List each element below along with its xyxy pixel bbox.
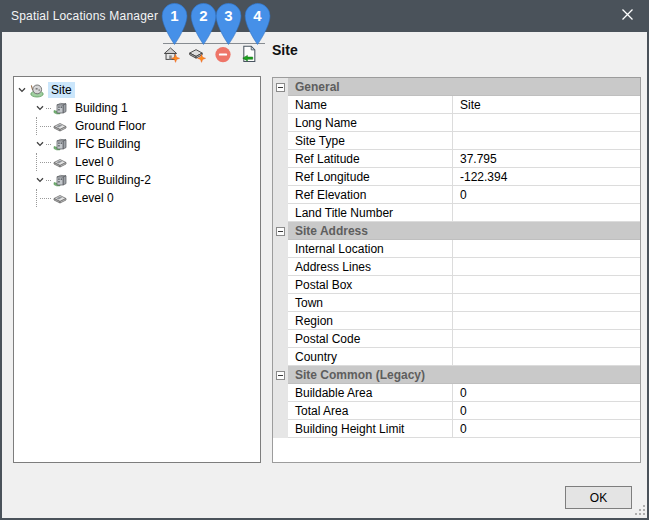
titlebar: Spatial Locations Manager	[0, 0, 649, 32]
property-row: Postal Code	[273, 330, 640, 348]
property-label: Buildable Area	[288, 384, 452, 402]
chevron-down-icon[interactable]	[16, 84, 28, 96]
property-row: Region	[273, 312, 640, 330]
property-row: Internal Location	[273, 240, 640, 258]
tree-item-label: IFC Building-2	[72, 172, 154, 188]
toolbar	[162, 46, 258, 64]
property-group-title: Site Address	[288, 222, 640, 240]
import-spatial-button[interactable]	[240, 46, 258, 64]
property-label: Ref Latitude	[288, 150, 452, 168]
tree-connector	[36, 189, 37, 207]
spatial-tree: Site Building 1 Ground Floor	[13, 76, 261, 463]
property-value[interactable]	[452, 132, 640, 150]
property-grid: General Name Site Long Name Site Type Re…	[272, 77, 641, 463]
tree-item-label: Site	[48, 82, 75, 98]
building-icon	[52, 136, 69, 152]
property-value[interactable]: 0	[452, 402, 640, 420]
property-row: Ref Longitude -122.394	[273, 168, 640, 186]
resize-grip-icon[interactable]	[633, 503, 645, 515]
tree-connector	[36, 153, 37, 171]
collapse-minus-icon[interactable]	[276, 371, 285, 380]
tree-item-label: Level 0	[72, 190, 117, 206]
property-value[interactable]: 0	[452, 186, 640, 204]
property-value[interactable]	[452, 240, 640, 258]
collapse-minus-icon[interactable]	[276, 227, 285, 236]
property-row: Ref Elevation 0	[273, 186, 640, 204]
property-row: Postal Box	[273, 276, 640, 294]
tree-row[interactable]: Level 0	[14, 153, 260, 171]
building-icon	[52, 172, 69, 188]
tree-item-label: IFC Building	[72, 136, 143, 152]
property-label: Postal Box	[288, 276, 452, 294]
floor-icon	[52, 154, 69, 170]
property-row: Ref Latitude 37.795	[273, 150, 640, 168]
property-label: Internal Location	[288, 240, 452, 258]
property-value[interactable]: -122.394	[452, 168, 640, 186]
property-label: Ref Longitude	[288, 168, 452, 186]
chevron-down-icon[interactable]	[34, 102, 46, 114]
tree-row[interactable]: Level 0	[14, 189, 260, 207]
property-label: Site Type	[288, 132, 452, 150]
tree-connector	[40, 126, 51, 127]
property-value[interactable]	[452, 348, 640, 366]
property-label: Country	[288, 348, 452, 366]
tree-row[interactable]: IFC Building-2	[14, 171, 260, 189]
tree-row[interactable]: IFC Building	[14, 135, 260, 153]
property-value[interactable]	[452, 312, 640, 330]
add-building-button[interactable]	[162, 46, 180, 64]
property-row: Address Lines	[273, 258, 640, 276]
collapse-minus-icon[interactable]	[276, 83, 285, 92]
property-value[interactable]	[452, 114, 640, 132]
tree-connector	[40, 162, 51, 163]
building-icon	[52, 100, 69, 116]
tree-row[interactable]: Ground Floor	[14, 117, 260, 135]
property-value[interactable]: Site	[452, 96, 640, 114]
tree-item-label: Level 0	[72, 154, 117, 170]
property-label: Building Height Limit	[288, 420, 452, 438]
property-group-header: Site Address	[273, 222, 640, 240]
property-value[interactable]	[452, 276, 640, 294]
property-value[interactable]	[452, 258, 640, 276]
chevron-down-icon[interactable]	[34, 138, 46, 150]
tree-connector	[40, 198, 51, 199]
tree-row[interactable]: Building 1	[14, 99, 260, 117]
tree-connector	[46, 108, 51, 109]
property-row: Land Title Number	[273, 204, 640, 222]
tree-connector	[46, 144, 51, 145]
property-group-header: General	[273, 78, 640, 96]
import-spatial-icon	[240, 45, 258, 66]
tree-connector	[46, 180, 51, 181]
add-storey-button[interactable]	[188, 46, 206, 64]
property-label: Land Title Number	[288, 204, 452, 222]
property-value[interactable]	[452, 204, 640, 222]
site-icon	[28, 82, 45, 98]
property-value[interactable]	[452, 330, 640, 348]
property-group-title: General	[288, 78, 640, 96]
remove-button[interactable]	[214, 46, 232, 64]
property-row: Long Name	[273, 114, 640, 132]
floor-icon	[52, 190, 69, 206]
property-value[interactable]	[452, 294, 640, 312]
property-label: Address Lines	[288, 258, 452, 276]
property-group-header: Site Common (Legacy)	[273, 366, 640, 384]
property-value[interactable]: 0	[452, 420, 640, 438]
property-row: Name Site	[273, 96, 640, 114]
property-row: Buildable Area 0	[273, 384, 640, 402]
property-row: Town	[273, 294, 640, 312]
property-group-title: Site Common (Legacy)	[288, 366, 640, 384]
property-label: Town	[288, 294, 452, 312]
property-value[interactable]: 0	[452, 384, 640, 402]
add-building-icon	[162, 45, 180, 66]
property-label: Total Area	[288, 402, 452, 420]
ok-button[interactable]: OK	[565, 486, 632, 509]
floor-icon	[52, 118, 69, 134]
window-title: Spatial Locations Manager	[11, 9, 158, 23]
close-button[interactable]	[605, 0, 649, 32]
property-label: Ref Elevation	[288, 186, 452, 204]
property-label: Postal Code	[288, 330, 452, 348]
spatial-locations-manager-dialog: Spatial Locations Manager 1 2 3	[0, 0, 649, 520]
chevron-down-icon[interactable]	[34, 174, 46, 186]
tree-row[interactable]: Site	[14, 81, 260, 99]
tree-connector	[36, 117, 37, 135]
property-value[interactable]: 37.795	[452, 150, 640, 168]
